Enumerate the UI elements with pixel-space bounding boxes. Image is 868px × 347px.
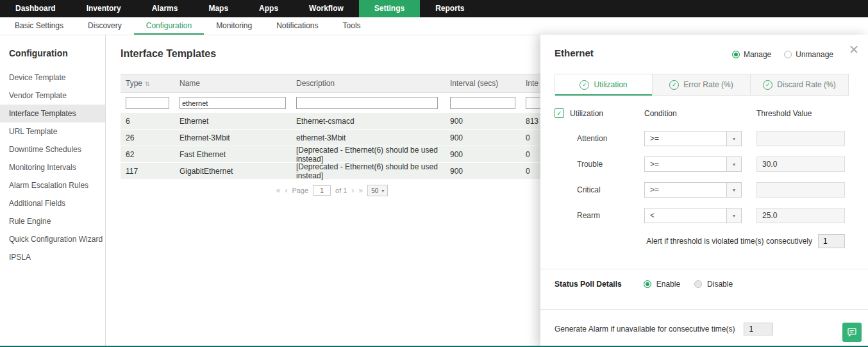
utilization-checkbox[interactable]: ✓ (555, 108, 564, 118)
unmanage-radio[interactable] (784, 51, 792, 58)
critical-condition-select[interactable]: >= ▾ (644, 182, 742, 198)
subnav-discovery[interactable]: Discovery (76, 17, 134, 35)
row-description: Ethernet-csmacd (291, 117, 445, 126)
alert-consecutive-input[interactable] (818, 234, 845, 248)
row-type: 6 (121, 117, 174, 126)
threshold-row-trouble: Trouble >= ▾ (540, 157, 868, 172)
column-description[interactable]: Description (291, 79, 445, 88)
filter-description-input[interactable] (296, 97, 438, 109)
row-type: 26 (121, 133, 174, 142)
page-number-input[interactable] (313, 185, 331, 196)
sort-icon[interactable]: ⇅ (145, 81, 150, 87)
manage-label[interactable]: Manage (744, 50, 771, 59)
generate-alarm-row: Generate Alarm if unavailable for consec… (540, 323, 868, 335)
sidebar-item-device-template[interactable]: Device Template (0, 69, 105, 87)
feedback-button[interactable] (842, 323, 862, 342)
sidebar-title: Configuration (0, 42, 105, 69)
rearm-condition-value: < (645, 208, 726, 223)
panel-title: Ethernet (555, 47, 594, 58)
sidebar-item-monitoring-intervals[interactable]: Monitoring Intervals (0, 158, 105, 176)
column-interval[interactable]: Interval (secs) (445, 79, 521, 88)
column-type-label: Type (126, 79, 142, 88)
critical-threshold-input[interactable] (756, 182, 845, 198)
nav-reports[interactable]: Reports (420, 0, 480, 17)
alert-consecutive-label: Alert if threshold is violated time(s) c… (646, 237, 812, 246)
attention-label: Attention (555, 134, 644, 143)
subnav-basic-settings[interactable]: Basic Settings (3, 17, 76, 35)
nav-workflow[interactable]: Workflow (294, 0, 359, 17)
nav-settings[interactable]: Settings (359, 0, 420, 17)
top-navbar: Dashboard Inventory Alarms Maps Apps Wor… (0, 0, 868, 17)
next-page-icon[interactable]: › (351, 186, 354, 195)
unmanage-label[interactable]: Unmanage (796, 50, 833, 59)
check-glyph: ✓ (556, 110, 562, 117)
page-label: Page (292, 187, 308, 194)
attention-condition-select[interactable]: >= ▾ (644, 131, 742, 146)
rearm-threshold-input[interactable] (756, 208, 845, 223)
threshold-row-rearm: Rearm < ▾ (540, 208, 868, 223)
generate-alarm-label: Generate Alarm if unavailable for consec… (555, 325, 735, 334)
caret-down-icon: ▾ (726, 131, 741, 146)
manage-radio[interactable] (732, 51, 740, 58)
tab-discard-rate[interactable]: ✓ Discard Rate (%) (751, 74, 849, 95)
column-name[interactable]: Name (174, 79, 291, 88)
sidebar-item-additional-fields[interactable]: Additional Fields (0, 194, 105, 212)
row-description: ethernet-3Mbit (291, 133, 445, 142)
nav-alarms[interactable]: Alarms (137, 0, 194, 17)
trouble-threshold-input[interactable] (756, 157, 845, 172)
manage-radio-group: Manage Unmanage (732, 50, 833, 59)
tab-utilization[interactable]: ✓ Utilization (555, 74, 653, 95)
sidebar-item-quick-configuration-wizard[interactable]: Quick Configuration Wizard (0, 230, 105, 248)
last-page-icon[interactable]: » (358, 186, 363, 195)
prev-page-icon[interactable]: ‹ (285, 186, 287, 195)
attention-threshold-input[interactable] (756, 131, 845, 146)
caret-down-icon: ▾ (726, 183, 741, 197)
subnav-configuration[interactable]: Configuration (134, 17, 204, 35)
nav-apps[interactable]: Apps (244, 0, 294, 17)
check-glyph: ✓ (582, 81, 587, 88)
subnav-tools[interactable]: Tools (331, 17, 373, 35)
filter-type-input[interactable] (126, 97, 169, 109)
row-name: Ethernet (174, 117, 291, 126)
check-circle-icon: ✓ (580, 80, 589, 90)
column-type[interactable]: Type⇅ (121, 79, 174, 88)
tab-error-rate[interactable]: ✓ Error Rate (%) (653, 74, 751, 95)
threshold-header: Threshold Value (756, 109, 868, 118)
nav-inventory[interactable]: Inventory (71, 0, 137, 17)
sidebar-item-downtime-schedules[interactable]: Downtime Schedules (0, 140, 105, 158)
check-glyph: ✓ (672, 81, 677, 88)
disable-radio[interactable] (694, 280, 702, 288)
sidebar-item-url-template[interactable]: URL Template (0, 123, 105, 140)
subnav-monitoring[interactable]: Monitoring (204, 17, 264, 35)
row-name: GigabitEthernet (174, 167, 291, 176)
disable-label[interactable]: Disable (707, 280, 733, 289)
filter-interval-input[interactable] (450, 97, 515, 109)
tab-label: Discard Rate (%) (777, 80, 835, 89)
caret-down-icon: ▾ (381, 188, 384, 194)
row-interval: 900 (445, 117, 521, 126)
generate-alarm-input[interactable] (744, 323, 773, 335)
sidebar-item-ipsla[interactable]: IPSLA (0, 248, 105, 266)
rearm-condition-select[interactable]: < ▾ (644, 208, 742, 223)
attention-condition-value: >= (645, 131, 726, 146)
trouble-condition-value: >= (645, 157, 726, 171)
subnav-notifications[interactable]: Notifications (264, 17, 330, 35)
filter-name-input[interactable] (179, 97, 286, 109)
nav-maps[interactable]: Maps (193, 0, 244, 17)
nav-dashboard[interactable]: Dashboard (0, 0, 71, 17)
row-name: Ethernet-3Mbit (174, 133, 291, 142)
trouble-condition-select[interactable]: >= ▾ (644, 157, 742, 172)
page-size-select[interactable]: 50 ▾ (367, 185, 388, 196)
details-panel: Ethernet Manage Unmanage ✕ ✓ Utilization… (540, 35, 868, 347)
sidebar-item-vendor-template[interactable]: Vendor Template (0, 87, 105, 105)
enable-radio[interactable] (644, 280, 651, 288)
sidebar-item-alarm-escalation-rules[interactable]: Alarm Escalation Rules (0, 176, 105, 194)
sidebar-item-rule-engine[interactable]: Rule Engine (0, 212, 105, 230)
enable-label[interactable]: Enable (656, 280, 680, 289)
close-icon[interactable]: ✕ (849, 42, 859, 57)
row-interval: 900 (445, 167, 521, 176)
check-circle-icon: ✓ (763, 80, 772, 90)
sidebar-item-interface-templates[interactable]: Interface Templates (0, 105, 105, 123)
panel-header: Ethernet Manage Unmanage ✕ (540, 35, 868, 65)
first-page-icon[interactable]: « (276, 186, 281, 195)
